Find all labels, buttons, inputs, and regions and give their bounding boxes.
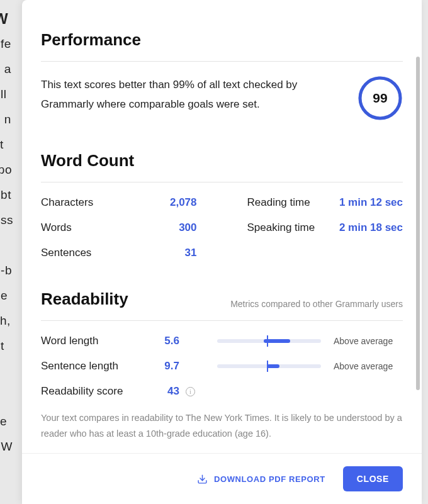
word-count-value: 2,078 bbox=[170, 196, 197, 209]
word-count-label: Reading time bbox=[247, 196, 310, 209]
word-count-grid: Characters2,078Reading time1 min 12 secW… bbox=[41, 196, 403, 259]
comparison-bar bbox=[217, 339, 321, 343]
word-count-value: 1 min 12 sec bbox=[339, 196, 403, 209]
comparison-status: Above average bbox=[334, 336, 403, 346]
info-icon[interactable]: i bbox=[186, 387, 195, 396]
modal-content: Performance This text scores better than… bbox=[22, 0, 422, 453]
readability-metric-value: 9.7 bbox=[142, 360, 179, 372]
word-count-item: Characters2,078 bbox=[41, 196, 197, 209]
word-count-value: 2 min 18 sec bbox=[339, 221, 403, 234]
readability-metric-label: Word length bbox=[41, 335, 142, 347]
divider bbox=[41, 61, 403, 62]
readability-footer: Your text compares in readability to The… bbox=[41, 410, 403, 441]
readability-subtitle: Metrics compared to other Grammarly user… bbox=[230, 299, 403, 309]
readability-row: Word length5.6Above average bbox=[41, 335, 403, 347]
word-count-label: Sentences bbox=[41, 247, 91, 259]
scrollbar[interactable] bbox=[416, 57, 420, 390]
performance-description: This text scores better than 99% of all … bbox=[41, 76, 305, 114]
comparison-status: Above average bbox=[334, 361, 403, 371]
score-ring: 99 bbox=[358, 76, 403, 121]
readability-row: Sentence length9.7Above average bbox=[41, 360, 403, 372]
divider bbox=[41, 182, 403, 182]
readability-metric-label: Sentence length bbox=[41, 360, 142, 372]
readability-heading: Readability bbox=[41, 289, 128, 309]
word-count-item: Sentences31 bbox=[41, 247, 197, 259]
word-count-item: Words300 bbox=[41, 221, 197, 234]
readability-score-label: Readability score bbox=[41, 385, 142, 398]
download-pdf-button[interactable]: DOWNLOAD PDF REPORT bbox=[197, 474, 325, 484]
word-count-item: Reading time1 min 12 sec bbox=[247, 196, 403, 209]
word-count-heading: Word Count bbox=[41, 151, 403, 171]
comparison-bar bbox=[217, 364, 321, 368]
readability-metric-value: 5.6 bbox=[142, 335, 179, 347]
modal-footer: DOWNLOAD PDF REPORT CLOSE bbox=[22, 453, 422, 504]
close-button[interactable]: CLOSE bbox=[343, 466, 403, 491]
download-label: DOWNLOAD PDF REPORT bbox=[214, 474, 325, 484]
performance-modal: Performance This text scores better than… bbox=[22, 0, 422, 504]
word-count-label: Speaking time bbox=[247, 221, 315, 234]
download-icon bbox=[197, 474, 208, 484]
divider bbox=[41, 320, 403, 321]
word-count-item: Speaking time2 min 18 sec bbox=[247, 221, 403, 234]
readability-score-value: 43 bbox=[142, 385, 179, 398]
word-count-value: 300 bbox=[179, 221, 196, 234]
word-count-label: Characters bbox=[41, 196, 93, 209]
performance-heading: Performance bbox=[41, 30, 403, 50]
score-value: 99 bbox=[358, 76, 403, 121]
word-count-label: Words bbox=[41, 221, 72, 234]
word-count-value: 31 bbox=[185, 247, 197, 259]
